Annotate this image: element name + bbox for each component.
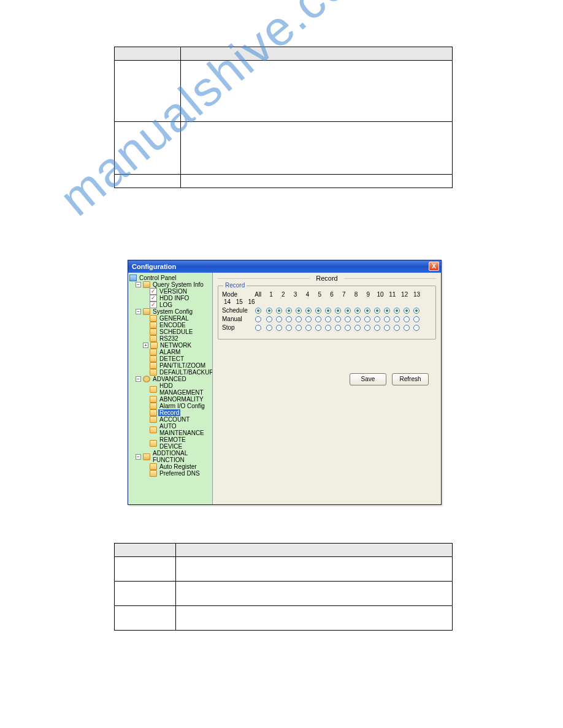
tree-item-version[interactable]: VERSION xyxy=(129,288,211,295)
radio-ch14[interactable] xyxy=(394,325,400,331)
radio-all[interactable] xyxy=(255,325,261,331)
radio-ch16[interactable] xyxy=(413,308,419,314)
tree-item-schedule[interactable]: SCHEDULE xyxy=(129,328,211,335)
radio-ch6[interactable] xyxy=(315,308,321,314)
radio-ch11[interactable] xyxy=(364,325,370,331)
tree-item-detect[interactable]: DETECT xyxy=(129,355,211,362)
tree-item-record[interactable]: Record xyxy=(129,409,211,416)
tree-label: Record xyxy=(158,409,180,416)
save-button[interactable]: Save xyxy=(350,373,386,385)
radio-ch1[interactable] xyxy=(266,316,272,322)
radio-ch4[interactable] xyxy=(296,316,302,322)
tree-root[interactable]: Control Panel xyxy=(129,275,211,281)
radio-ch9[interactable] xyxy=(345,308,351,314)
tree-item-abnormality[interactable]: ABNORMALITY xyxy=(129,396,211,403)
collapse-icon[interactable]: − xyxy=(136,454,141,460)
tree-item-ptz[interactable]: PAN/TILT/ZOOM xyxy=(129,362,211,369)
radio-ch2[interactable] xyxy=(276,325,282,331)
col-header: 6 xyxy=(326,291,337,298)
radio-ch2[interactable] xyxy=(276,316,282,322)
collapse-icon[interactable]: − xyxy=(136,309,141,314)
radio-ch3[interactable] xyxy=(286,325,292,331)
radio-ch11[interactable] xyxy=(364,316,370,322)
tree-group-additional-function[interactable]: − ADDTIONAL FUNCTION xyxy=(129,450,211,463)
radio-ch12[interactable] xyxy=(374,308,380,314)
col-header: 12 xyxy=(399,291,410,298)
radio-ch1[interactable] xyxy=(266,308,272,314)
radio-ch4[interactable] xyxy=(296,308,302,314)
tree-item-auto-maintenance[interactable]: AUTO MAINTENANCE xyxy=(129,423,211,436)
radio-ch14[interactable] xyxy=(394,308,400,314)
tree-item-general[interactable]: GENERAL xyxy=(129,315,211,322)
tree-item-hdd-info[interactable]: HDD INFO xyxy=(129,295,211,301)
radio-ch7[interactable] xyxy=(325,316,331,322)
radio-ch6[interactable] xyxy=(315,316,321,322)
tree-item-alarm-io-config[interactable]: Alarm I/O Config xyxy=(129,403,211,409)
tree-item-rs232[interactable]: RS232 xyxy=(129,335,211,342)
radio-ch5[interactable] xyxy=(305,325,312,331)
tree-group-system-config[interactable]: − System Config xyxy=(129,308,211,315)
radio-all[interactable] xyxy=(255,316,261,322)
refresh-button[interactable]: Refresh xyxy=(392,373,429,385)
radio-ch16[interactable] xyxy=(413,325,419,331)
tree-group-query-system-info[interactable]: − Query System Info xyxy=(129,281,211,288)
expand-icon[interactable]: + xyxy=(143,343,148,348)
tree-item-default-backup[interactable]: DEFAULT/BACKUP xyxy=(129,369,211,376)
close-button[interactable]: X xyxy=(429,262,439,271)
radio-ch12[interactable] xyxy=(374,316,380,322)
folder-icon xyxy=(150,362,157,369)
tree-item-log[interactable]: LOG xyxy=(129,301,211,308)
tree-item-preferred-dns[interactable]: Preferred DNS xyxy=(129,470,211,477)
radio-ch11[interactable] xyxy=(364,308,370,314)
radio-ch15[interactable] xyxy=(404,308,410,314)
radio-all[interactable] xyxy=(255,308,261,314)
radio-ch2[interactable] xyxy=(276,308,282,314)
radio-ch7[interactable] xyxy=(325,308,331,314)
radio-ch3[interactable] xyxy=(286,308,292,314)
radio-ch10[interactable] xyxy=(354,316,361,322)
radio-ch6[interactable] xyxy=(315,325,321,331)
radio-ch10[interactable] xyxy=(354,308,361,314)
radio-ch1[interactable] xyxy=(266,325,272,331)
radio-ch16[interactable] xyxy=(413,316,419,322)
radio-ch3[interactable] xyxy=(286,316,292,322)
collapse-icon[interactable]: − xyxy=(136,376,141,382)
radio-ch15[interactable] xyxy=(404,316,410,322)
radio-ch13[interactable] xyxy=(384,308,390,314)
radio-ch5[interactable] xyxy=(305,316,312,322)
radio-ch8[interactable] xyxy=(335,325,341,331)
collapse-icon[interactable]: − xyxy=(136,282,141,287)
radio-ch5[interactable] xyxy=(305,308,312,314)
radio-ch12[interactable] xyxy=(374,325,380,331)
tree-item-network[interactable]: +NETWORK xyxy=(129,342,211,349)
tree-item-encode[interactable]: ENCODE xyxy=(129,322,211,328)
folder-icon xyxy=(150,322,157,328)
control-panel-icon xyxy=(129,275,137,281)
tree-label: Query System Info xyxy=(151,281,205,288)
tree-label: LOG xyxy=(158,301,174,308)
tree-item-hdd-management[interactable]: HDD MANAGEMENT xyxy=(129,382,211,396)
tree-item-auto-register[interactable]: Auto Register xyxy=(129,463,211,470)
tree-item-account[interactable]: ACCOUNT xyxy=(129,416,211,423)
radio-ch15[interactable] xyxy=(404,325,410,331)
table-cell xyxy=(115,606,176,631)
radio-ch4[interactable] xyxy=(296,325,302,331)
radio-ch13[interactable] xyxy=(384,325,390,331)
tree-item-remote-device[interactable]: REMOTE DEVICE xyxy=(129,436,211,450)
tree-item-alarm[interactable]: ALARM xyxy=(129,349,211,355)
gear-icon xyxy=(143,376,150,382)
radio-ch7[interactable] xyxy=(325,325,331,331)
folder-open-icon xyxy=(143,281,150,288)
radio-ch9[interactable] xyxy=(345,316,351,322)
radio-ch14[interactable] xyxy=(394,316,400,322)
tree-group-advanced[interactable]: − ADVANCED xyxy=(129,376,211,382)
tree-label: REMOTE DEVICE xyxy=(158,436,211,450)
radio-ch13[interactable] xyxy=(384,316,390,322)
radio-ch9[interactable] xyxy=(345,325,351,331)
radio-ch10[interactable] xyxy=(354,325,361,331)
tree-label: Alarm I/O Config xyxy=(158,403,206,409)
col-header: 2 xyxy=(278,291,288,298)
radio-ch8[interactable] xyxy=(335,316,341,322)
titlebar[interactable]: Configuration X xyxy=(128,260,441,273)
radio-ch8[interactable] xyxy=(335,308,341,314)
